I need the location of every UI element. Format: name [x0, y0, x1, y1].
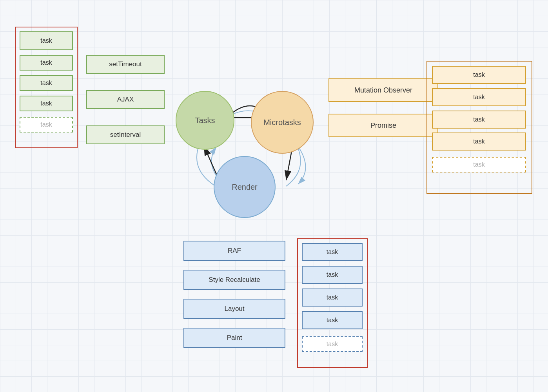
bottom-task-3: task [302, 289, 363, 307]
right-task-3: task [432, 111, 526, 129]
left-task-2: task [20, 55, 73, 71]
diagram-canvas: task task task task task setTimeout AJAX… [0, 0, 548, 392]
render-label: Render [232, 183, 258, 192]
bottom-task-2: task [302, 266, 363, 284]
right-task-4: task [432, 132, 526, 151]
raf-box: RAF [183, 241, 285, 261]
right-task-dashed: task [432, 157, 526, 172]
microtasks-circle: Microtasks [251, 91, 314, 154]
microtasks-label: Microtasks [263, 118, 301, 127]
mutation-observer-box: Mutation Observer [328, 78, 438, 102]
left-task-4: task [20, 96, 73, 111]
tasks-label: Tasks [195, 116, 215, 125]
paint-box: Paint [183, 328, 285, 348]
ajax-box: AJAX [86, 90, 165, 109]
bottom-task-4: task [302, 311, 363, 329]
setInterval-box: setInterval [86, 125, 165, 144]
left-task-3: task [20, 75, 73, 91]
layout-box: Layout [183, 299, 285, 319]
bottom-task-dashed: task [302, 336, 363, 352]
style-recalculate-box: Style Recalculate [183, 270, 285, 290]
right-task-1: task [432, 66, 526, 84]
render-circle: Render [214, 156, 276, 218]
tasks-circle: Tasks [176, 91, 234, 150]
setTimeout-box: setTimeout [86, 55, 165, 74]
left-task-1: task [20, 31, 73, 50]
promise-box: Promise [328, 114, 438, 137]
right-task-2: task [432, 88, 526, 106]
bottom-task-1: task [302, 243, 363, 261]
left-task-dashed: task [20, 117, 73, 132]
